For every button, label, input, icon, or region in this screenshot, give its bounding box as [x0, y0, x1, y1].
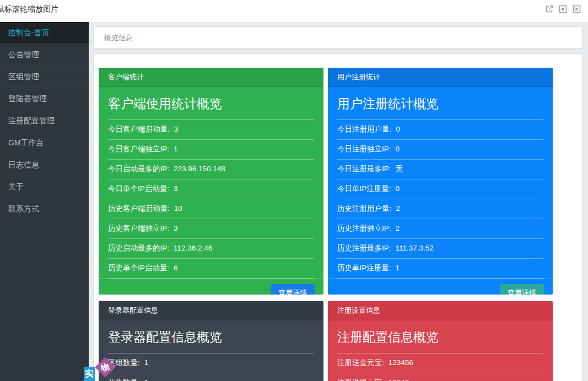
sidebar-item-register-config[interactable]: 注册配置管理: [0, 110, 89, 132]
sidebar-item-console-home[interactable]: 控制台-首页: [0, 22, 89, 44]
view-details-button[interactable]: 查看详情: [271, 284, 315, 295]
card-register-settings: 注册设置信息 注册配置信息概览 注册送金元宝:123456 注册送银元宝:123…: [328, 301, 553, 381]
view-details-button[interactable]: 查看详情: [500, 284, 544, 295]
page-title: 鼠标滚轮缩放图片: [0, 4, 58, 14]
stat-row: 历史客户端启动量:10: [108, 199, 314, 219]
sidebar-item-contact[interactable]: 联系方式: [0, 198, 89, 220]
card-header: 登录器配置信息: [99, 301, 323, 320]
card-launcher-config: 登录器配置信息 登录器配置信息概览 区组数量:1 公告数量:1: [99, 301, 323, 381]
stat-row: 区组数量:1: [108, 353, 314, 373]
sidebar-item-announcements[interactable]: 公告管理: [0, 44, 89, 66]
close-icon[interactable]: [572, 4, 581, 14]
maximize-restore-icon[interactable]: [558, 4, 568, 14]
open-external-icon[interactable]: [544, 4, 554, 14]
card-title: 客户端使用统计概览: [108, 87, 314, 120]
stat-row: 今日客户端独立IP:1: [108, 140, 314, 160]
sidebar-nav: 控制台-首页 公告管理 区组管理 登陆器管理 注册配置管理 GM工作台 日志信息…: [0, 22, 89, 381]
stat-row: 历史注册独立IP:2: [337, 219, 543, 239]
card-header: 注册设置信息: [328, 301, 553, 320]
stat-row: 历史注册用户量:2: [337, 199, 543, 219]
stat-row: 历史单IP注册量:1: [337, 259, 543, 279]
stat-row: 历史启动最多的IP:112.36.2.46: [108, 239, 314, 259]
card-header: 用户注册统计: [328, 68, 553, 87]
card-title: 用户注册统计概览: [337, 87, 543, 120]
stat-row: 今日注册独立IP:0: [337, 140, 543, 160]
stat-row: 今日注册用户量:0: [337, 120, 543, 140]
card-title: 登录器配置信息概览: [108, 320, 314, 353]
stat-row: 今日注册最多IP:无: [337, 160, 543, 179]
window-titlebar: 鼠标滚轮缩放图片: [0, 0, 588, 22]
sidebar-item-gm-workbench[interactable]: GM工作台: [0, 132, 89, 154]
floating-badge-shi[interactable]: 实: [84, 367, 95, 381]
stat-row: 今日单个IP启动量:3: [108, 179, 314, 199]
stat-row: 公告数量:1: [108, 373, 314, 381]
main-content: 概览信息 客户端统计 客户端使用统计概览 今日客户端启动量:3 今日客户端独立I…: [89, 22, 588, 381]
section-header: 概览信息: [94, 26, 582, 49]
stat-row: 今日客户端启动量:3: [108, 120, 314, 140]
card-user-register-stats: 用户注册统计 用户注册统计概览 今日注册用户量:0 今日注册独立IP:0 今日注…: [328, 68, 553, 295]
sidebar-item-launcher-management[interactable]: 登陆器管理: [0, 88, 89, 110]
overview-panel: 客户端统计 客户端使用统计概览 今日客户端启动量:3 今日客户端独立IP:1 今…: [94, 53, 582, 381]
stat-row: 注册送银元宝:12346: [337, 373, 543, 381]
stat-row: 今日启动最多的IP:223.96.150.148: [108, 160, 314, 179]
stat-row: 注册送金元宝:123456: [337, 353, 543, 373]
stat-row: 历史注册最多IP:111.37.3.52: [337, 239, 543, 259]
window-controls: [544, 4, 581, 14]
card-title: 注册配置信息概览: [337, 320, 543, 353]
stat-row: 历史单个IP启动量:6: [108, 259, 314, 279]
stat-row: 历史客户端独立IP:3: [108, 219, 314, 239]
sidebar-item-zone-management[interactable]: 区组管理: [0, 66, 89, 88]
sidebar-item-log-info[interactable]: 日志信息: [0, 154, 89, 176]
sidebar-item-about[interactable]: 关于: [0, 176, 89, 198]
stat-row: 今日单IP注册量:0: [337, 179, 543, 199]
card-client-stats: 客户端统计 客户端使用统计概览 今日客户端启动量:3 今日客户端独立IP:1 今…: [99, 68, 323, 295]
card-header: 客户端统计: [99, 68, 323, 87]
